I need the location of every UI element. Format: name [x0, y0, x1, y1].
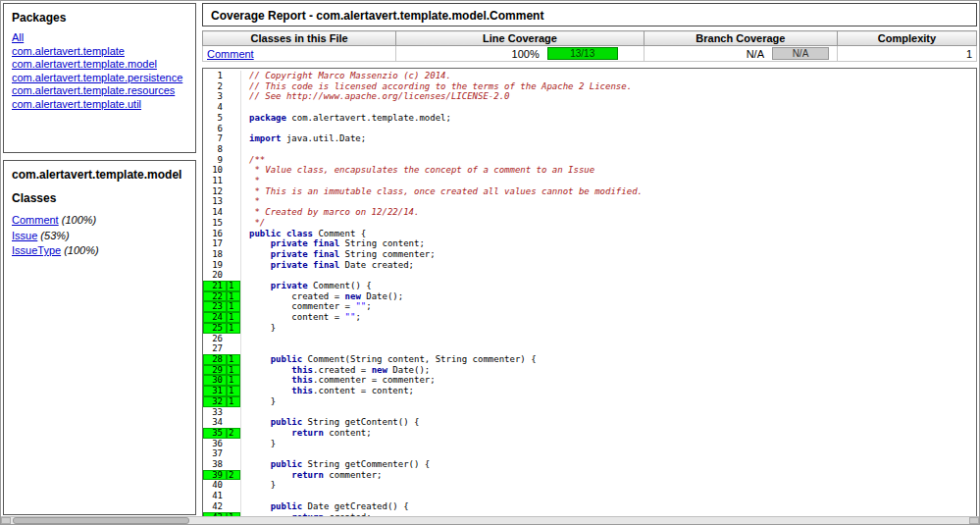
line-code: // This code is licensed according to th…	[241, 81, 632, 92]
line-number: 19	[203, 260, 227, 271]
line-hits	[227, 176, 241, 186]
source-line: 10 * Value class, encapsulates the conce…	[203, 165, 976, 176]
line-hits	[227, 113, 241, 124]
line-number: 13	[203, 196, 227, 207]
line-hits	[227, 417, 241, 428]
horizontal-scrollbar[interactable]	[1, 516, 979, 524]
line-code: private final Date created;	[241, 260, 414, 271]
source-line: 321 }	[203, 396, 976, 407]
line-hits	[227, 165, 241, 176]
line-code: public class Comment {	[241, 229, 366, 239]
source-line: 251 }	[203, 323, 976, 334]
line-hits	[227, 238, 241, 249]
source-line: 2// This code is licensed according to t…	[203, 81, 976, 92]
line-hits	[227, 155, 241, 166]
line-number: 23	[203, 301, 227, 312]
class-coverage-pct: (53%)	[37, 230, 69, 241]
line-number: 22	[203, 291, 227, 302]
source-line: 26	[203, 334, 976, 344]
class-coverage-pct: (100%)	[61, 244, 99, 256]
line-number: 39	[203, 470, 227, 481]
class-link[interactable]: Comment	[12, 214, 59, 226]
class-list-item: IssueType (100%)	[12, 243, 187, 259]
class-link[interactable]: Issue	[12, 230, 37, 241]
package-list-item: com.alertavert.template.resources	[12, 84, 187, 98]
line-hits	[227, 260, 241, 271]
scroll-left-button[interactable]	[1, 517, 11, 524]
source-line: 301 this.commenter = commenter;	[203, 375, 976, 386]
line-number: 38	[203, 459, 227, 470]
source-line: 14 * Created by marco on 12/22/14.	[203, 207, 976, 218]
line-hits	[227, 501, 241, 512]
line-code: * Created by marco on 12/22/14.	[241, 207, 419, 218]
source-line: 211 private Comment() {	[203, 281, 976, 291]
line-number: 10	[203, 165, 227, 176]
line-code: public String getCommenter() {	[241, 459, 430, 470]
scroll-right-button[interactable]	[969, 517, 979, 524]
package-link[interactable]: com.alertavert.template	[12, 45, 125, 57]
package-list-item: com.alertavert.template	[12, 45, 187, 59]
source-line: 3// See http://www.apache.org/licenses/L…	[203, 91, 976, 102]
source-code-panel: 1// Copyright Marco Massenzio (c) 2014.2…	[202, 68, 977, 517]
package-link[interactable]: com.alertavert.template.model	[12, 58, 157, 70]
line-number: 14	[203, 207, 227, 218]
source-line: 11 *	[203, 176, 976, 186]
class-list-item: Comment (100%)	[12, 213, 187, 229]
line-number: 32	[203, 396, 227, 407]
line-number: 8	[203, 144, 227, 155]
line-code: import java.util.Date;	[241, 133, 366, 144]
source-line: 37	[203, 448, 976, 459]
scrollbar-track[interactable]	[189, 517, 969, 524]
line-number: 27	[203, 343, 227, 354]
line-code	[241, 407, 249, 418]
line-hits	[227, 218, 241, 229]
line-number: 28	[203, 354, 227, 365]
source-line: 311 this.content = content;	[203, 386, 976, 396]
line-hits: 1	[227, 375, 241, 386]
source-line: 42 public Date getCreated() {	[203, 501, 976, 512]
line-number: 4	[203, 102, 227, 113]
source-line: 291 this.created = new Date();	[203, 365, 976, 376]
line-number: 15	[203, 218, 227, 229]
class-link[interactable]: IssueType	[12, 244, 61, 256]
source-line: 281 public Comment(String content, Strin…	[203, 354, 976, 365]
source-line: 41	[203, 491, 976, 501]
source-line: 36 }	[203, 439, 976, 449]
line-hits	[227, 343, 241, 354]
line-hits	[227, 249, 241, 260]
packages-list: Allcom.alertavert.templatecom.alertavert…	[12, 31, 187, 111]
line-code: }	[241, 480, 276, 491]
source-line: 13 *	[203, 196, 976, 207]
line-code	[241, 448, 249, 459]
line-hits	[227, 186, 241, 197]
line-hits: 1	[227, 301, 241, 312]
packages-panel: Packages Allcom.alertavert.templatecom.a…	[3, 3, 196, 153]
source-lines: 1// Copyright Marco Massenzio (c) 2014.2…	[203, 71, 976, 517]
source-line: 5package com.alertavert.template.model;	[203, 113, 976, 124]
line-code: public Comment(String content, String co…	[241, 354, 537, 365]
packages-panel-title: Packages	[12, 11, 187, 25]
package-link[interactable]: All	[12, 31, 24, 43]
line-hits	[227, 196, 241, 207]
line-code: public Date getCreated() {	[241, 501, 409, 512]
line-number: 31	[203, 386, 227, 396]
line-number: 3	[203, 91, 227, 102]
line-code	[241, 102, 249, 113]
source-line: 392 return commenter;	[203, 470, 976, 481]
package-list-item: com.alertavert.template.persistence	[12, 72, 187, 85]
line-hits	[227, 124, 241, 134]
package-list-item: com.alertavert.template.util	[12, 98, 187, 112]
line-hits	[227, 207, 241, 218]
package-link[interactable]: com.alertavert.template.util	[12, 98, 141, 110]
summary-table: Classes in this File Line Coverage Branc…	[202, 30, 977, 62]
line-code: created = new Date();	[241, 291, 403, 302]
scrollbar-thumb[interactable]	[13, 517, 189, 524]
source-line: 27	[203, 343, 976, 354]
line-hits	[227, 71, 241, 81]
package-link[interactable]: com.alertavert.template.resources	[12, 84, 175, 96]
class-file-link[interactable]: Comment	[207, 48, 254, 60]
package-link[interactable]: com.alertavert.template.persistence	[12, 72, 182, 83]
branch-coverage-bar: N/A	[772, 47, 829, 60]
package-detail-panel: com.alertavert.template.model Classes Co…	[3, 160, 196, 515]
line-number: 25	[203, 323, 227, 334]
